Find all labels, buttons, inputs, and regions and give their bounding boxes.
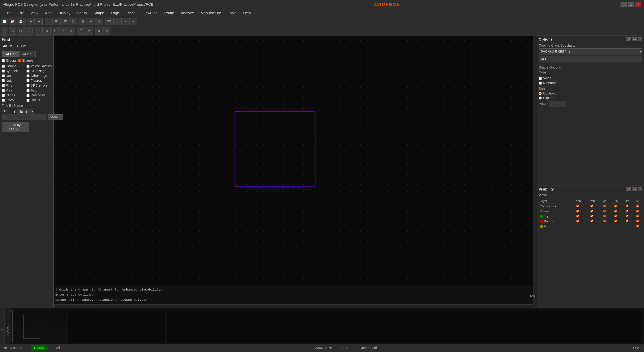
tb-redo[interactable]: ↪ — [35, 18, 42, 25]
tb-snap[interactable]: ⊹ — [87, 18, 95, 25]
more-button[interactable]: More... — [48, 114, 63, 120]
menu-add[interactable]: Add — [42, 10, 55, 16]
bottom-plan[interactable] — [576, 220, 579, 222]
tb-3d[interactable]: 3D — [105, 18, 113, 25]
bottom-etch[interactable] — [590, 220, 593, 222]
tb2-dehighlight[interactable]: ☆ — [103, 27, 111, 34]
tb2-add-line[interactable]: ╱ — [1, 27, 8, 34]
contract-radio[interactable] — [539, 92, 542, 95]
tb-undo[interactable]: ↩ — [27, 18, 34, 25]
clines-checkbox[interactable]: Clines — [2, 93, 25, 97]
tb2-move[interactable]: ✛ — [59, 27, 67, 34]
all-off-btn[interactable]: All Off — [15, 43, 27, 49]
voids-option[interactable]: Voids — [539, 76, 642, 80]
menu-flowplan[interactable]: FlowPlan — [139, 10, 160, 16]
contract-option[interactable]: Contract — [539, 91, 642, 95]
voids-checkbox-opt[interactable] — [539, 77, 542, 80]
tb-select[interactable]: ↖ — [45, 18, 53, 25]
canvas-vertical-scrollbar[interactable] — [533, 35, 537, 308]
expand-radio[interactable] — [539, 96, 542, 99]
pins-checkbox[interactable]: Pins — [2, 84, 25, 87]
ratsnests-checkbox[interactable]: Ratsnests — [26, 93, 52, 97]
main-canvas[interactable] — [54, 35, 537, 308]
bottom-via[interactable] — [603, 220, 606, 222]
bottom-all[interactable] — [636, 220, 639, 222]
find-name-input[interactable] — [2, 114, 46, 120]
subclass-dropdown[interactable]: ALL TOP BOTTOM — [539, 56, 642, 62]
options-pin-button[interactable]: 📌 — [626, 37, 631, 41]
top-plan[interactable] — [576, 215, 579, 217]
bottom-drc[interactable] — [626, 220, 628, 222]
tb-export[interactable]: ↗ — [122, 18, 129, 25]
top-etch[interactable] — [590, 215, 593, 217]
tb-zoom-in[interactable]: 🔍 — [53, 18, 61, 25]
find-by-query-button[interactable]: Find by Query... — [2, 122, 28, 132]
options-minimize-button[interactable]: — — [632, 37, 636, 41]
menu-view[interactable]: View — [27, 10, 41, 16]
name-dropdown[interactable]: Name Value Net — [17, 109, 34, 114]
tb2-add-rect[interactable]: □ — [9, 27, 16, 34]
tb-save[interactable]: 💾 — [17, 18, 24, 25]
planes-all[interactable] — [636, 210, 639, 212]
nets-checkbox[interactable]: Nets — [2, 79, 25, 83]
vias-checkbox[interactable]: Vias — [2, 88, 25, 92]
drc-errors-checkbox[interactable]: DRC errors — [26, 84, 52, 87]
netname-checkbox-opt[interactable] — [539, 82, 542, 85]
menu-logic[interactable]: Logic — [108, 10, 123, 16]
cline-segs-checkbox[interactable]: Cline segs — [26, 69, 52, 73]
planes-plan[interactable] — [576, 210, 579, 212]
shapes-checkbox[interactable]: Shapes — [18, 59, 34, 62]
groups-check-input[interactable] — [2, 59, 5, 62]
tb-measure[interactable]: ⊻ — [95, 18, 103, 25]
tb2-route[interactable]: ⌇ — [35, 27, 42, 34]
rat-ts-checkbox[interactable]: Rat Ts — [26, 98, 52, 102]
all-layer-all[interactable] — [636, 225, 639, 227]
vis-minimize-button[interactable]: — — [632, 187, 636, 191]
tb-zoom-out[interactable]: 🔎 — [61, 18, 69, 25]
tb-grid[interactable]: ⊞ — [79, 18, 87, 25]
menu-setup[interactable]: Setup — [74, 10, 90, 16]
text-checkbox[interactable]: Text — [26, 88, 52, 92]
menu-analyze[interactable]: Analyze — [178, 10, 197, 16]
planes-etch[interactable] — [590, 210, 593, 212]
tb2-copy[interactable]: ⎘ — [51, 27, 59, 34]
ai-off-btn[interactable]: AI Off — [18, 51, 36, 57]
all-on-btn[interactable]: All On — [2, 43, 14, 49]
tb2-text[interactable]: T — [77, 27, 85, 34]
offset-input[interactable] — [549, 101, 566, 107]
other-segs-checkbox[interactable]: Other segs — [26, 74, 52, 78]
tb-drc[interactable]: ⚠ — [113, 18, 121, 25]
bottom-pin[interactable] — [614, 220, 617, 222]
tb2-delete[interactable]: ✕ — [67, 27, 75, 34]
top-via[interactable] — [603, 215, 606, 217]
menu-tools[interactable]: Tools — [225, 10, 240, 16]
class-dropdown[interactable]: PACKAGE KEEPIN ROUTE KEEPIN VIA KEEPIN — [539, 48, 642, 55]
conductors-plan[interactable] — [576, 205, 579, 207]
maximize-button[interactable]: □ — [628, 2, 634, 7]
top-all[interactable] — [636, 215, 639, 217]
tb2-via[interactable]: ⊚ — [43, 27, 51, 34]
tb-import[interactable]: ↙ — [130, 18, 137, 25]
menu-manufacture[interactable]: Manufacture — [198, 10, 224, 16]
ai-on-btn[interactable]: AI On — [2, 51, 18, 57]
tb-new[interactable]: 📄 — [1, 18, 8, 25]
figures-checkbox[interactable]: Figures — [26, 79, 52, 83]
canvas-horizontal-scrollbar[interactable] — [54, 305, 533, 308]
netname-option[interactable]: Netname — [539, 81, 642, 85]
thumbnail-1[interactable] — [12, 310, 66, 343]
groups-checkbox[interactable]: Groups — [2, 59, 17, 62]
minimize-button[interactable]: — — [620, 2, 626, 7]
conductors-pin[interactable] — [614, 205, 617, 207]
conductors-drc[interactable] — [626, 205, 628, 207]
top-drc[interactable] — [626, 215, 628, 217]
expand-option[interactable]: Expand — [539, 96, 642, 100]
voids-checkbox[interactable]: Voids/Cavities — [26, 64, 52, 68]
comps-checkbox[interactable]: Comps — [2, 64, 25, 68]
options-close-button[interactable]: ✕ — [638, 37, 642, 41]
menu-display[interactable]: Display — [55, 10, 74, 16]
vis-close-button[interactable]: ✕ — [638, 187, 642, 191]
tb-zoom-fit[interactable]: ⊡ — [69, 18, 77, 25]
functions-checkbox[interactable]: Nets — [2, 74, 25, 78]
tb-open[interactable]: 📂 — [9, 18, 16, 25]
tb2-label[interactable]: A — [85, 27, 93, 34]
